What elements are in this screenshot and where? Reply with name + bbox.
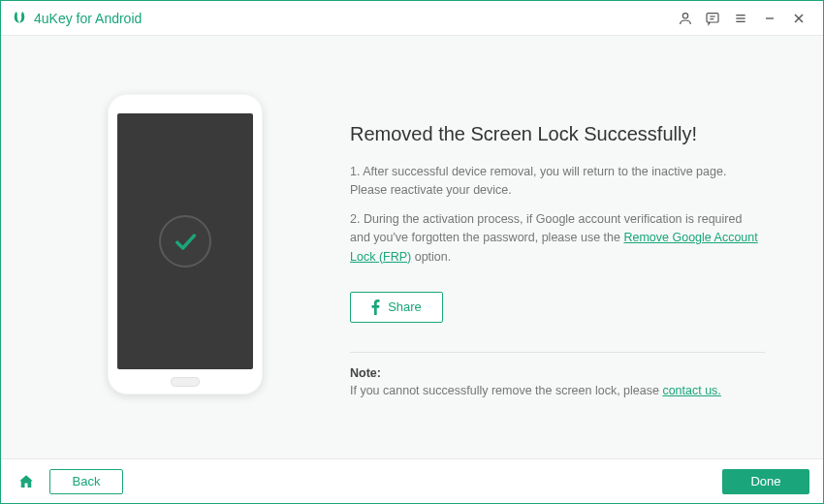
phone-mockup xyxy=(108,94,263,394)
minimize-button[interactable] xyxy=(755,5,784,32)
feedback-button[interactable] xyxy=(699,5,726,32)
account-button[interactable] xyxy=(672,5,699,32)
app-logo: 4uKey for Android xyxy=(11,10,142,27)
footer: Back Done xyxy=(1,458,823,503)
result-heading: Removed the Screen Lock Successfully! xyxy=(350,123,765,145)
titlebar: 4uKey for Android xyxy=(1,1,823,36)
note-title: Note: xyxy=(350,366,765,380)
close-button[interactable] xyxy=(784,5,813,32)
share-label: Share xyxy=(388,299,422,314)
result-panel: Removed the Screen Lock Successfully! 1.… xyxy=(331,84,784,429)
contact-us-link[interactable]: contact us. xyxy=(662,384,720,397)
content-area: Removed the Screen Lock Successfully! 1.… xyxy=(1,36,823,458)
divider xyxy=(350,352,765,353)
instruction-2: 2. During the activation process, if Goo… xyxy=(350,210,765,267)
menu-button[interactable] xyxy=(726,5,755,32)
device-illustration xyxy=(40,84,331,429)
phone-home-button xyxy=(171,377,200,387)
logo-icon xyxy=(11,10,28,27)
facebook-icon xyxy=(371,299,380,315)
svg-rect-1 xyxy=(707,13,718,21)
home-button[interactable] xyxy=(15,470,38,493)
instruction-2-post: option. xyxy=(411,250,451,264)
app-title: 4uKey for Android xyxy=(34,11,142,26)
share-button[interactable]: Share xyxy=(350,292,443,323)
note-text-pre: If you cannot successfully remove the sc… xyxy=(350,384,662,397)
instruction-1: 1. After successful device removal, you … xyxy=(350,163,765,201)
success-check-icon xyxy=(159,215,211,268)
note-text: If you cannot successfully remove the sc… xyxy=(350,384,765,397)
done-button[interactable]: Done xyxy=(722,469,809,494)
app-window: 4uKey for Android xyxy=(0,0,824,504)
phone-screen xyxy=(117,113,253,369)
svg-point-0 xyxy=(682,13,687,17)
back-button[interactable]: Back xyxy=(49,469,123,494)
